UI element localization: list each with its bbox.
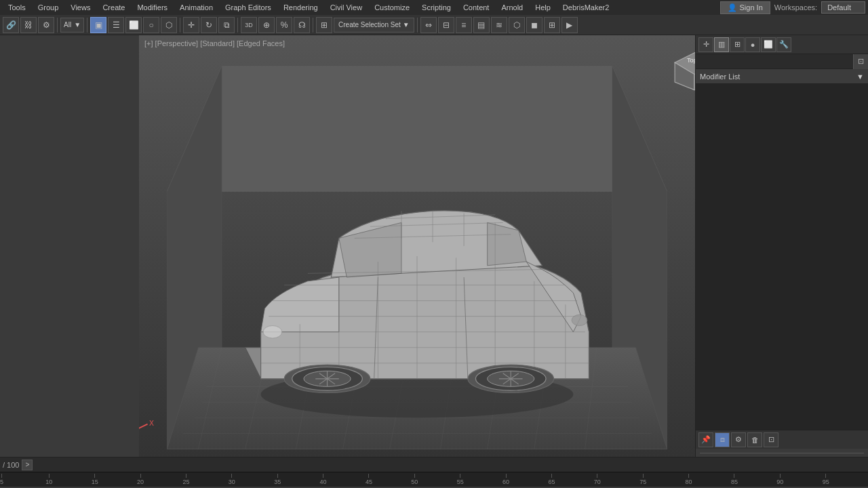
mat-editor-btn[interactable]: ◼ bbox=[526, 17, 542, 33]
rect-select-btn[interactable]: ⬜ bbox=[125, 17, 142, 33]
search-end-btn[interactable]: ⊡ bbox=[853, 54, 868, 69]
timeline-mark: 80 bbox=[686, 474, 692, 485]
menu-graph-editors[interactable]: Graph Editors bbox=[220, 0, 277, 15]
workspaces-label: Workspaces: bbox=[774, 3, 817, 12]
viewport-label: [+] [Perspective] [Standard] [Edged Face… bbox=[144, 39, 285, 47]
mirror-btn[interactable]: ⇔ bbox=[420, 17, 437, 33]
layer-btn[interactable]: ▤ bbox=[473, 17, 490, 33]
menu-debrismaker2[interactable]: DebrisMaker2 bbox=[557, 0, 614, 15]
snaps-toggle-btn[interactable]: ⊕ bbox=[258, 17, 275, 33]
main-toolbar: 🔗 ⛓ ⚙ All ▼ ▣ ☰ ⬜ ○ ⬡ ✛ ↻ ⧉ 3D ⊕ % ☊ ⊞ C… bbox=[0, 15, 868, 35]
render-btn[interactable]: ▶ bbox=[561, 17, 578, 33]
rotate-btn[interactable]: ↻ bbox=[201, 17, 217, 33]
timeline-mark: 55 bbox=[457, 474, 464, 485]
sep4 bbox=[237, 18, 238, 33]
timeline-mark: 75 bbox=[639, 474, 646, 485]
modifier-separator bbox=[696, 449, 868, 457]
schematic-btn[interactable]: ⬡ bbox=[509, 17, 525, 33]
timeline-mark: 85 bbox=[731, 474, 738, 485]
fence-select-btn[interactable]: ⬡ bbox=[161, 17, 177, 33]
left-panel bbox=[0, 35, 139, 457]
utilities-panel-btn[interactable]: 🔧 bbox=[776, 37, 791, 52]
create-selection-set-btn[interactable]: Create Selection Set ▼ bbox=[334, 18, 414, 33]
sep5 bbox=[313, 18, 313, 33]
timeline-mark: 35 bbox=[274, 474, 281, 485]
menu-tools[interactable]: Tools bbox=[3, 0, 31, 15]
menu-rendering[interactable]: Rendering bbox=[278, 0, 323, 15]
curve-editor-btn[interactable]: ≋ bbox=[491, 17, 507, 33]
user-icon: 👤 bbox=[728, 3, 737, 12]
right-panel: ✛ ▥ ⊞ ● ⬜ 🔧 ⊡ Modifier List ▼ 📌 ⧈ ⚙ 🗑 ⊡ bbox=[695, 35, 868, 457]
motion-panel-btn[interactable]: ● bbox=[745, 37, 760, 52]
frame-indicator: / 100 bbox=[3, 461, 19, 469]
show-modifier-btn[interactable]: ⧈ bbox=[715, 432, 730, 447]
svg-point-58 bbox=[572, 314, 587, 325]
timeline-mark: 60 bbox=[502, 474, 509, 485]
timeline-mark: 10 bbox=[45, 474, 52, 485]
svg-text:Top: Top bbox=[687, 57, 695, 64]
angle-snap-btn[interactable]: % bbox=[276, 17, 292, 33]
create-panel-btn[interactable]: ✛ bbox=[698, 37, 713, 52]
sep2 bbox=[87, 18, 87, 33]
timeline-mark: 15 bbox=[92, 474, 98, 485]
right-panel-icons: ✛ ▥ ⊞ ● ⬜ 🔧 bbox=[696, 35, 868, 54]
timeline[interactable]: 5101520253035404550556065707580859095100 bbox=[0, 472, 868, 487]
circle-select-btn[interactable]: ○ bbox=[143, 17, 159, 33]
timeline-mark: 45 bbox=[366, 474, 372, 485]
render-setup-btn[interactable]: ⊞ bbox=[544, 17, 560, 33]
timeline-track[interactable]: 5101520253035404550556065707580859095100 bbox=[0, 472, 868, 487]
menu-create[interactable]: Create bbox=[97, 0, 130, 15]
coord-3d-btn[interactable]: 3D bbox=[241, 17, 257, 33]
menu-modifiers[interactable]: Modifiers bbox=[132, 0, 173, 15]
menu-content[interactable]: Content bbox=[458, 0, 495, 15]
sign-in-button[interactable]: 👤 Sign In bbox=[720, 1, 770, 14]
top-right-area: 👤 Sign In Workspaces: Default bbox=[720, 1, 865, 14]
left-panel-top bbox=[0, 35, 139, 56]
menu-group[interactable]: Group bbox=[33, 0, 64, 15]
sep6 bbox=[417, 18, 418, 33]
menu-bar: Tools Group Views Create Modifiers Anima… bbox=[0, 0, 868, 15]
timeline-mark: 30 bbox=[229, 474, 235, 485]
workspaces-dropdown[interactable]: Default bbox=[821, 1, 865, 14]
svg-marker-1 bbox=[167, 66, 667, 191]
filter-dropdown[interactable]: All ▼ bbox=[60, 18, 84, 33]
modifier-list-header[interactable]: Modifier List ▼ bbox=[696, 69, 868, 84]
svg-point-57 bbox=[263, 325, 282, 338]
cut-paste-modifier-btn[interactable]: ⊡ bbox=[764, 432, 778, 447]
bind-to-space-btn[interactable]: ⚙ bbox=[38, 17, 54, 33]
timeline-mark: 90 bbox=[776, 474, 783, 485]
menu-civil-view[interactable]: Civil View bbox=[325, 0, 368, 15]
menu-help[interactable]: Help bbox=[530, 0, 556, 15]
timeline-mark: 40 bbox=[320, 474, 327, 485]
next-frame-btn[interactable]: > bbox=[22, 460, 33, 470]
menu-scripting[interactable]: Scripting bbox=[416, 0, 456, 15]
menu-arnold[interactable]: Arnold bbox=[496, 0, 528, 15]
menu-customize[interactable]: Customize bbox=[369, 0, 415, 15]
menu-views[interactable]: Views bbox=[65, 0, 96, 15]
delete-modifier-btn[interactable]: 🗑 bbox=[747, 432, 762, 447]
menu-animation[interactable]: Animation bbox=[174, 0, 218, 15]
align2-btn[interactable]: ≡ bbox=[456, 17, 472, 33]
modifier-list-label: Modifier List bbox=[700, 73, 740, 81]
move-btn[interactable]: ✛ bbox=[183, 17, 199, 33]
link-tool-btn[interactable]: 🔗 bbox=[3, 17, 19, 33]
modify-panel-btn[interactable]: ▥ bbox=[714, 37, 729, 52]
timeline-mark: 65 bbox=[548, 474, 555, 485]
timeline-mark: 20 bbox=[137, 474, 144, 485]
pin-modifier-btn[interactable]: 📌 bbox=[698, 432, 713, 447]
search-input[interactable] bbox=[696, 54, 853, 68]
car-scene-svg: Top X Y Z bbox=[139, 35, 695, 457]
align-btn[interactable]: ⊟ bbox=[438, 17, 454, 33]
select-by-name-btn[interactable]: ☰ bbox=[108, 17, 124, 33]
unlink-tool-btn[interactable]: ⛓ bbox=[20, 17, 37, 33]
viewport[interactable]: [+] [Perspective] [Standard] [Edged Face… bbox=[139, 35, 695, 457]
pivot-btn[interactable]: ⊞ bbox=[316, 17, 332, 33]
display-panel-btn[interactable]: ⬜ bbox=[761, 37, 776, 52]
hierarchy-panel-btn[interactable]: ⊞ bbox=[730, 37, 745, 52]
configure-modifier-btn[interactable]: ⚙ bbox=[731, 432, 746, 447]
spinner-snap-btn[interactable]: ☊ bbox=[294, 17, 310, 33]
timeline-mark: 95 bbox=[823, 474, 829, 485]
scale-btn[interactable]: ⧉ bbox=[218, 17, 235, 33]
status-bar: / 100 > bbox=[0, 457, 868, 472]
select-object-btn[interactable]: ▣ bbox=[90, 17, 106, 33]
